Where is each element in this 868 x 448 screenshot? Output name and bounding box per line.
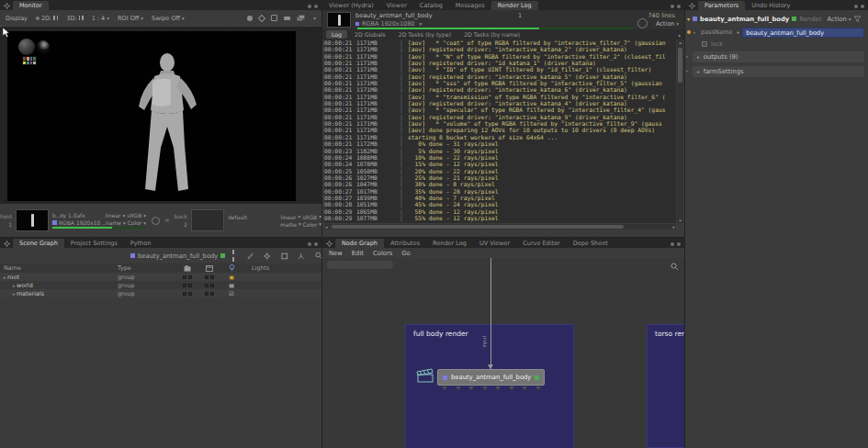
picker-icon[interactable] — [258, 14, 265, 21]
monitor-viewport[interactable] — [0, 26, 321, 204]
gear-icon[interactable] — [264, 252, 270, 260]
panel-gear-icon[interactable] — [0, 241, 13, 248]
tab-render-log[interactable]: Render Log — [426, 239, 473, 248]
log-output[interactable]: 00:00:211171MB|[aov] * "coat" of type RG… — [324, 39, 676, 223]
roi-dropdown[interactable]: ROI Off▾ — [118, 15, 143, 22]
expander-icon[interactable]: ▸ — [693, 29, 698, 35]
lock-icon[interactable] — [702, 41, 707, 47]
scene-graph-row[interactable]: root group ▣ — [0, 273, 321, 281]
group-box-torso-render[interactable]: torso rende — [647, 324, 684, 448]
ratio-dropdown[interactable]: 1 : 4▾ — [92, 15, 109, 22]
subtab-2d-tasks-name[interactable]: 2D Tasks (by name) — [458, 30, 525, 39]
frame-icon[interactable] — [271, 15, 277, 21]
farmsettings-group[interactable]: ▸ farmSettings — [693, 66, 864, 77]
stop-render-icon[interactable] — [637, 18, 648, 28]
proxy-flags[interactable] — [198, 275, 220, 279]
link-buffers-icon[interactable]: ∞ — [164, 217, 170, 224]
tab-render-log[interactable]: Render Log — [491, 1, 538, 10]
panel-gear-icon[interactable] — [685, 3, 698, 10]
layers-icon[interactable] — [297, 15, 305, 21]
tab-dope-sheet[interactable]: Dope Sheet — [567, 239, 614, 248]
tab-messages[interactable]: Messages — [449, 1, 491, 10]
render-flags[interactable] — [176, 275, 198, 279]
subtab-2d-globals[interactable]: 2D Globals — [349, 30, 391, 39]
tab-catalog[interactable]: Catalog — [413, 1, 449, 10]
back-mode-dropdown[interactable]: Color▾ — [303, 221, 321, 228]
front-buffer-thumbnail[interactable] — [16, 209, 49, 231]
panel-gear-icon[interactable] — [0, 3, 13, 10]
render-thumbnail[interactable] — [327, 12, 351, 28]
filter-icon[interactable] — [854, 16, 861, 22]
pause-updates-icon[interactable] — [231, 249, 236, 263]
tab-python[interactable]: Python — [124, 239, 158, 248]
column-type[interactable]: Type — [118, 264, 176, 272]
working-node[interactable]: beauty_antman_full_body — [130, 252, 225, 260]
front-mode-dropdown[interactable]: Color▾ — [128, 219, 146, 226]
back-view-dropdown[interactable]: matte▾ — [280, 221, 301, 228]
subtab-2d-tasks-type[interactable]: 2D Tasks (by type) — [393, 30, 457, 39]
chip-icon[interactable] — [284, 17, 290, 20]
node-enabled-swatch[interactable] — [792, 17, 796, 21]
log-horizontal-scrollbar[interactable]: ◂▸ — [324, 224, 676, 230]
display-dropdown[interactable]: Display — [6, 15, 28, 22]
outputs-group[interactable]: ▸ outputs (9) — [693, 51, 864, 62]
proxy-column-icon[interactable] — [206, 265, 213, 272]
back-display-dropdown[interactable]: sRGB▾ — [302, 214, 321, 220]
dot-icon[interactable] — [247, 16, 253, 21]
node-enabled-swatch[interactable] — [535, 375, 539, 380]
action-dropdown[interactable]: Action▾ — [656, 20, 679, 28]
expanded-marker-icon[interactable]: ▾ — [687, 16, 690, 22]
scene-graph-row[interactable]: materials group ☑ — [0, 289, 321, 297]
tab-viewer-hydra[interactable]: Viewer (Hydra) — [322, 1, 380, 10]
back-buffer-thumbnail[interactable] — [191, 209, 224, 231]
branch-icon[interactable] — [298, 252, 304, 260]
front-colorspace-dropdown[interactable]: linear▾ — [106, 212, 126, 218]
tab-uv-viewer[interactable]: UV Viewer — [473, 239, 516, 248]
front-display-dropdown[interactable]: sRGB▾ — [127, 212, 146, 218]
column-name[interactable]: Name — [0, 264, 118, 272]
tab-monitor[interactable]: Monitor — [13, 1, 49, 10]
subtab-log[interactable]: Log — [326, 30, 347, 39]
group-expander-icon[interactable]: ▸ — [686, 53, 691, 59]
menu-colors[interactable]: Colors — [373, 250, 392, 257]
tab-node-graph[interactable]: Node Graph — [335, 239, 384, 248]
tab-scene-graph[interactable]: Scene Graph — [13, 239, 64, 248]
tab-attributes[interactable]: Attributes — [384, 239, 426, 248]
back-colorspace-dropdown[interactable]: linear▾ — [281, 214, 301, 220]
pencil-icon[interactable] — [247, 252, 254, 260]
tab-undo-history[interactable]: Undo History — [745, 1, 796, 10]
scene-graph-row[interactable]: world group ▤ — [0, 281, 321, 289]
compare-ring-icon[interactable] — [152, 217, 160, 225]
bookmark-widget[interactable] — [327, 261, 393, 269]
light-bulb-icon[interactable] — [229, 264, 235, 272]
column-lights[interactable]: Lights — [242, 264, 269, 272]
panel-controls[interactable] — [854, 5, 868, 10]
bookmark-icon[interactable] — [281, 252, 287, 260]
panel-gear-icon[interactable] — [322, 241, 335, 248]
proxy-flags[interactable] — [198, 292, 220, 296]
action-dropdown[interactable]: Action▾ — [827, 16, 851, 23]
passname-field[interactable]: beauty_antman_full_body — [742, 28, 864, 38]
node-output-ports[interactable] — [442, 386, 541, 390]
render-column-icon[interactable] — [184, 265, 191, 272]
menu-go[interactable]: Go — [401, 250, 410, 257]
tab-viewer[interactable]: Viewer — [380, 1, 413, 10]
3d-toggle[interactable]: 3D: — [66, 15, 83, 22]
front-view-dropdown[interactable]: ..name▾ — [102, 219, 126, 226]
search-icon[interactable] — [315, 252, 321, 260]
node-graph-canvas[interactable]: full body render torso rende input beaut… — [322, 258, 684, 448]
render-node[interactable]: beauty_antman_full_body — [437, 369, 545, 386]
menu-new[interactable]: New — [329, 250, 343, 257]
render-flags[interactable] — [176, 292, 198, 296]
tab-curve-editor[interactable]: Curve Editor — [516, 239, 566, 248]
subtab-overflow-icon[interactable]: ▴ — [678, 32, 681, 38]
input-wire[interactable] — [490, 258, 491, 369]
2d-toggle[interactable]: 2D: — [36, 15, 58, 22]
render-flags[interactable] — [176, 284, 198, 287]
group-expander-icon[interactable]: ▸ — [686, 68, 691, 73]
tab-parameters[interactable]: Parameters — [698, 1, 745, 10]
menu-edit[interactable]: Edit — [352, 250, 364, 257]
log-vertical-scrollbar[interactable]: ▴▾ — [677, 39, 683, 223]
search-icon[interactable] — [671, 263, 679, 271]
tab-project-settings[interactable]: Project Settings — [64, 239, 124, 248]
